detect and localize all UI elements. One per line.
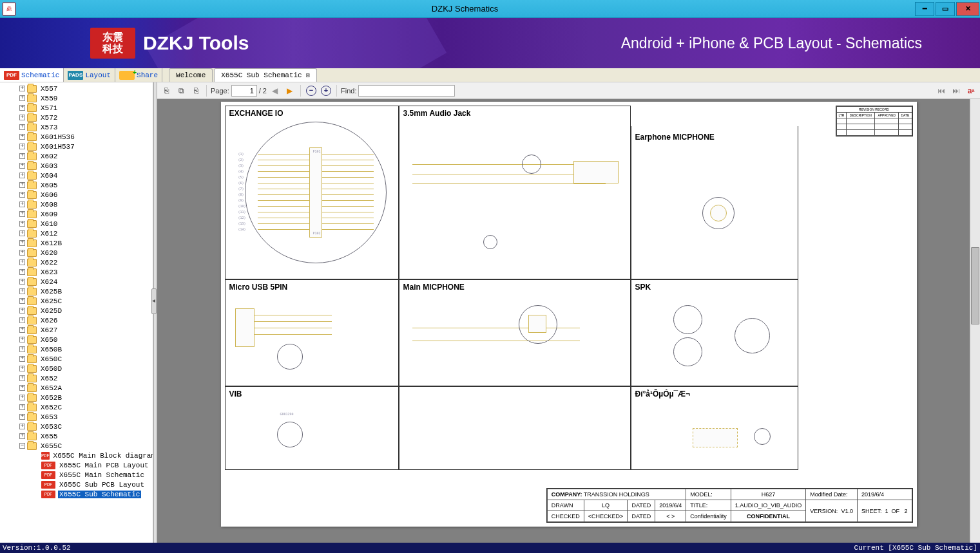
- expand-icon[interactable]: +: [19, 269, 25, 275]
- tree-folder[interactable]: +X623: [1, 267, 153, 277]
- prev-page-button[interactable]: ◀: [269, 84, 282, 97]
- tree-folder[interactable]: +X650D: [1, 364, 153, 373]
- expand-icon[interactable]: +: [19, 346, 25, 352]
- expand-icon[interactable]: +: [19, 144, 25, 149]
- expand-icon[interactable]: +: [19, 86, 25, 91]
- expand-icon[interactable]: +: [19, 230, 25, 236]
- page-input[interactable]: [231, 85, 257, 97]
- tree-folder[interactable]: +X572: [1, 113, 153, 122]
- copy-button[interactable]: ⎘: [160, 84, 173, 97]
- expand-icon[interactable]: +: [19, 182, 25, 188]
- expand-icon[interactable]: +: [19, 279, 25, 285]
- tree-folder[interactable]: +X650: [1, 335, 153, 344]
- tree-folder[interactable]: +X652B: [1, 393, 153, 402]
- expand-icon[interactable]: +: [19, 288, 25, 294]
- tree-folder[interactable]: +X653: [1, 412, 153, 422]
- tree-folder[interactable]: +X557: [1, 84, 153, 93]
- tree-folder[interactable]: +X612B: [1, 238, 153, 248]
- tree-folder[interactable]: +X624: [1, 277, 153, 286]
- expand-icon[interactable]: +: [19, 433, 25, 439]
- tree-folder[interactable]: +X650C: [1, 354, 153, 364]
- tab-close-icon[interactable]: ⊠: [306, 71, 310, 79]
- tree-folder[interactable]: +X652A: [1, 383, 153, 393]
- vertical-scrollbar[interactable]: [970, 99, 980, 543]
- tree-folder[interactable]: +X625C: [1, 296, 153, 306]
- expand-icon[interactable]: +: [19, 366, 25, 371]
- panel-tab-schematic[interactable]: PDF Schematic: [0, 68, 64, 82]
- panel-tab-share[interactable]: Share: [115, 68, 162, 82]
- maximize-button[interactable]: ▭: [936, 2, 955, 16]
- tree-file[interactable]: PDFX655C Main PCB Layout: [1, 460, 153, 470]
- find-input[interactable]: [358, 85, 455, 97]
- tree-folder[interactable]: +X625B: [1, 286, 153, 296]
- tree-folder[interactable]: +X612: [1, 229, 153, 238]
- expand-icon[interactable]: +: [19, 211, 25, 217]
- expand-icon[interactable]: +: [19, 115, 25, 120]
- tree-folder[interactable]: +X602: [1, 151, 153, 161]
- expand-icon[interactable]: +: [19, 317, 25, 323]
- tree-folder[interactable]: +X652: [1, 373, 153, 383]
- expand-icon[interactable]: +: [19, 404, 25, 410]
- tree-file[interactable]: PDFX655C Main Schematic: [1, 470, 153, 480]
- tree-folder[interactable]: +X604: [1, 171, 153, 180]
- expand-icon[interactable]: +: [19, 298, 25, 304]
- expand-icon[interactable]: +: [19, 385, 25, 391]
- copy-page-button[interactable]: ⎘: [189, 84, 202, 97]
- tree-folder[interactable]: +X653C: [1, 422, 153, 431]
- minimize-button[interactable]: ━: [915, 2, 934, 16]
- tree-folder[interactable]: +X608: [1, 200, 153, 209]
- expand-icon[interactable]: +: [19, 395, 25, 400]
- expand-icon[interactable]: +: [19, 414, 25, 420]
- tree-folder[interactable]: +X650B: [1, 344, 153, 354]
- expand-icon[interactable]: +: [19, 424, 25, 429]
- tree-folder[interactable]: +X627: [1, 325, 153, 335]
- tree-folder[interactable]: +X620: [1, 248, 153, 258]
- expand-icon[interactable]: +: [19, 202, 25, 207]
- expand-icon[interactable]: +: [19, 375, 25, 381]
- expand-icon[interactable]: +: [19, 250, 25, 256]
- expand-icon[interactable]: +: [19, 192, 25, 198]
- expand-icon[interactable]: +: [19, 308, 25, 314]
- expand-icon[interactable]: +: [19, 259, 25, 265]
- tree-folder[interactable]: +X559: [1, 93, 153, 103]
- tree-folder[interactable]: +X625D: [1, 306, 153, 315]
- tree-folder[interactable]: +X605: [1, 180, 153, 190]
- tab-current-schematic[interactable]: X655C Sub Schematic ⊠: [214, 68, 316, 82]
- tree-folder[interactable]: +X609: [1, 209, 153, 219]
- expand-icon[interactable]: +: [19, 327, 25, 333]
- find-next-button[interactable]: ⏭: [950, 84, 963, 97]
- expand-icon[interactable]: +: [19, 105, 25, 111]
- tree-sidebar[interactable]: +X557+X559+X571+X572+X573+X601H536+X601H…: [0, 82, 153, 543]
- scroll-thumb[interactable]: [971, 247, 979, 324]
- tree-folder[interactable]: +X622: [1, 258, 153, 267]
- tree-folder[interactable]: +X606: [1, 190, 153, 200]
- text-style-button[interactable]: aa: [965, 84, 977, 97]
- expand-icon[interactable]: +: [19, 356, 25, 362]
- expand-icon[interactable]: +: [19, 240, 25, 246]
- zoom-in-button[interactable]: +: [320, 84, 332, 97]
- expand-icon[interactable]: +: [19, 95, 25, 101]
- expand-icon[interactable]: +: [19, 134, 25, 140]
- tree-folder-expanded[interactable]: −X655C: [1, 441, 153, 451]
- tree-file[interactable]: PDFX655C Sub Schematic: [1, 489, 153, 499]
- snapshot-button[interactable]: ⧉: [175, 84, 187, 97]
- expand-icon[interactable]: +: [19, 173, 25, 178]
- expand-icon[interactable]: +: [19, 163, 25, 169]
- expand-icon[interactable]: +: [19, 153, 25, 159]
- zoom-out-button[interactable]: −: [305, 84, 318, 97]
- tree-folder[interactable]: +X626: [1, 315, 153, 325]
- tree-folder[interactable]: +X571: [1, 103, 153, 113]
- tab-welcome[interactable]: Welcome: [169, 68, 213, 82]
- splitter-grip[interactable]: [151, 288, 157, 314]
- expand-icon[interactable]: +: [19, 337, 25, 342]
- tree-folder[interactable]: +X610: [1, 219, 153, 229]
- find-prev-button[interactable]: ⏮: [935, 84, 948, 97]
- tree-file[interactable]: PDFX655C Main Block diagram: [1, 451, 153, 460]
- tree-folder[interactable]: +X601H536: [1, 132, 153, 142]
- tree-folder[interactable]: +X603: [1, 161, 153, 171]
- expand-icon[interactable]: +: [19, 221, 25, 227]
- collapse-icon[interactable]: −: [19, 443, 25, 449]
- panel-tab-layout[interactable]: PADS Layout: [64, 68, 115, 82]
- next-page-button[interactable]: ▶: [283, 84, 296, 97]
- canvas-area[interactable]: REVISION RECORD LTR DESCRIPTION APPROVED…: [157, 99, 980, 543]
